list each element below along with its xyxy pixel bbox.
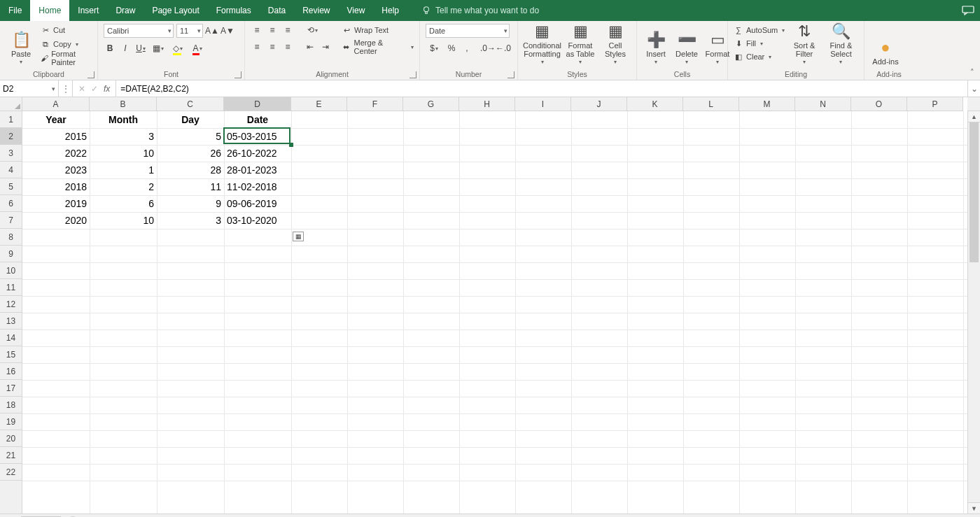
align-top-icon[interactable]: ≡ <box>251 24 263 36</box>
find-select-button[interactable]: 🔍Find & Select▾ <box>824 24 858 66</box>
column-header-B[interactable]: B <box>90 97 157 111</box>
grid-cells[interactable]: YearMonthDayDate20153505-03-201520221026… <box>22 111 967 514</box>
align-left-icon[interactable]: ≡ <box>251 41 263 53</box>
clipboard-dialog-launcher[interactable] <box>88 71 94 78</box>
clear-button[interactable]: ◧Clear▾ <box>734 50 785 63</box>
row-header-5[interactable]: 5 <box>0 178 22 195</box>
row-header-3[interactable]: 3 <box>0 145 22 162</box>
format-painter-button[interactable]: 🖌Format Painter <box>41 52 92 64</box>
vscroll-thumb[interactable] <box>969 122 979 262</box>
cell-A3[interactable]: 2022 <box>22 145 90 162</box>
underline-button[interactable]: U▾ <box>134 42 147 55</box>
row-header-15[interactable]: 15 <box>0 346 22 363</box>
alignment-dialog-launcher[interactable] <box>410 71 416 78</box>
enter-formula-icon[interactable]: ✓ <box>91 84 98 94</box>
collapse-ribbon-icon[interactable]: ˄ <box>970 68 974 77</box>
cell-styles-button[interactable]: ▦Cell Styles▾ <box>600 24 631 66</box>
row-header-1[interactable]: 1 <box>0 111 22 128</box>
cancel-formula-icon[interactable]: ✕ <box>78 84 85 94</box>
tab-review[interactable]: Review <box>294 0 338 21</box>
select-all-button[interactable] <box>0 97 22 111</box>
number-format-select[interactable]: Date <box>426 24 510 38</box>
decrease-decimal-button[interactable]: ←.0 <box>497 42 510 55</box>
column-header-A[interactable]: A <box>22 97 90 111</box>
merge-center-button[interactable]: ⬌Merge & Center▾ <box>342 41 414 53</box>
vertical-scrollbar[interactable]: ▲ ▼ <box>967 111 980 514</box>
column-header-K[interactable]: K <box>627 97 683 111</box>
increase-decimal-button[interactable]: .0→ <box>482 42 494 55</box>
cell-C3[interactable]: 26 <box>157 145 224 162</box>
row-header-13[interactable]: 13 <box>0 313 22 330</box>
align-middle-icon[interactable]: ≡ <box>266 24 279 36</box>
row-header-7[interactable]: 7 <box>0 212 22 229</box>
fx-icon[interactable]: fx <box>104 84 110 94</box>
expand-formula-bar-icon[interactable]: ⌄ <box>967 80 980 97</box>
font-size-select[interactable]: 11 <box>176 24 203 38</box>
row-header-18[interactable]: 18 <box>0 397 22 413</box>
copy-button[interactable]: ⧉Copy▾ <box>41 38 92 50</box>
borders-button[interactable]: ▦▾ <box>150 42 167 55</box>
cell-C4[interactable]: 28 <box>157 162 224 178</box>
autosum-button[interactable]: ∑AutoSum▾ <box>734 24 785 36</box>
comments-icon[interactable] <box>962 6 974 15</box>
percent-format-button[interactable]: % <box>445 42 458 55</box>
align-right-icon[interactable]: ≡ <box>281 41 294 53</box>
cell-B7[interactable]: 10 <box>90 212 157 229</box>
column-header-I[interactable]: I <box>515 97 571 111</box>
decrease-indent-icon[interactable]: ⇤ <box>304 41 316 53</box>
cell-B1[interactable]: Month <box>90 111 157 128</box>
tab-formulas[interactable]: Formulas <box>208 0 260 21</box>
insert-button[interactable]: ➕Insert▾ <box>643 24 669 66</box>
cell-B5[interactable]: 2 <box>90 178 157 195</box>
column-header-C[interactable]: C <box>157 97 224 111</box>
scroll-up-icon[interactable]: ▲ <box>968 111 980 122</box>
cell-A7[interactable]: 2020 <box>22 212 90 229</box>
number-dialog-launcher[interactable] <box>507 71 514 78</box>
tab-data[interactable]: Data <box>260 0 294 21</box>
conditional-formatting-button[interactable]: ▦Conditional Formatting▾ <box>524 24 561 66</box>
column-header-J[interactable]: J <box>571 97 627 111</box>
italic-button[interactable]: I <box>119 42 132 55</box>
row-header-20[interactable]: 20 <box>0 430 22 447</box>
cell-A1[interactable]: Year <box>22 111 90 128</box>
format-button[interactable]: ▭Format▾ <box>704 24 731 66</box>
tab-insert[interactable]: Insert <box>69 0 107 21</box>
column-header-L[interactable]: L <box>683 97 739 111</box>
cell-D7[interactable]: 03-10-2020 <box>224 212 291 229</box>
row-header-12[interactable]: 12 <box>0 296 22 313</box>
column-header-M[interactable]: M <box>739 97 795 111</box>
cell-A2[interactable]: 2015 <box>22 128 90 145</box>
tab-draw[interactable]: Draw <box>107 0 144 21</box>
row-header-6[interactable]: 6 <box>0 195 22 212</box>
row-header-2[interactable]: 2 <box>0 128 22 145</box>
tab-page-layout[interactable]: Page Layout <box>144 0 207 21</box>
font-name-select[interactable]: Calibri <box>104 24 174 38</box>
paste-button[interactable]: 📋 Paste ▾ <box>6 24 36 66</box>
align-bottom-icon[interactable]: ≡ <box>281 24 294 36</box>
row-header-4[interactable]: 4 <box>0 162 22 178</box>
row-header-16[interactable]: 16 <box>0 363 22 380</box>
tab-file[interactable]: File <box>0 0 30 21</box>
row-header-21[interactable]: 21 <box>0 447 22 464</box>
cell-B4[interactable]: 1 <box>90 162 157 178</box>
cut-button[interactable]: ✂Cut <box>41 24 92 36</box>
cell-A5[interactable]: 2018 <box>22 178 90 195</box>
sort-filter-button[interactable]: ⇅Sort & Filter▾ <box>789 24 820 66</box>
cell-C6[interactable]: 9 <box>157 195 224 212</box>
addins-button[interactable]: ●Add-ins <box>870 24 901 66</box>
row-header-22[interactable]: 22 <box>0 464 22 481</box>
name-box[interactable]: D2 <box>0 80 59 97</box>
cell-A4[interactable]: 2023 <box>22 162 90 178</box>
scroll-down-icon[interactable]: ▼ <box>968 502 980 514</box>
delete-button[interactable]: ➖Delete▾ <box>673 24 700 66</box>
cell-A6[interactable]: 2019 <box>22 195 90 212</box>
cell-C1[interactable]: Day <box>157 111 224 128</box>
tab-home[interactable]: Home <box>30 0 69 21</box>
row-header-17[interactable]: 17 <box>0 380 22 397</box>
column-header-F[interactable]: F <box>347 97 403 111</box>
cell-C5[interactable]: 11 <box>157 178 224 195</box>
accounting-format-button[interactable]: $▾ <box>426 42 442 55</box>
tab-view[interactable]: View <box>339 0 374 21</box>
column-header-E[interactable]: E <box>291 97 347 111</box>
column-header-G[interactable]: G <box>403 97 459 111</box>
